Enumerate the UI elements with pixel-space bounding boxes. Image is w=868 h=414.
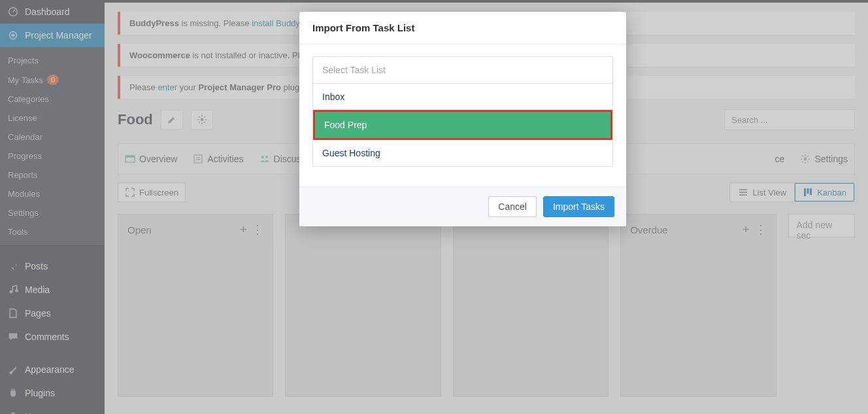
option-guest-hosting[interactable]: Guest Hosting: [313, 140, 612, 166]
select-placeholder: Select Task List: [313, 57, 612, 83]
option-food-prep[interactable]: Food Prep: [313, 110, 612, 140]
option-inbox[interactable]: Inbox: [313, 84, 612, 110]
cancel-button[interactable]: Cancel: [488, 196, 537, 217]
task-list-select[interactable]: Select Task List Inbox Food Prep Guest H…: [312, 56, 613, 167]
modal-title: Import From Task List: [299, 12, 626, 44]
import-tasks-button[interactable]: Import Tasks: [543, 196, 614, 217]
import-modal: Import From Task List Select Task List I…: [299, 12, 626, 226]
select-options: Inbox Food Prep Guest Hosting: [313, 83, 612, 166]
